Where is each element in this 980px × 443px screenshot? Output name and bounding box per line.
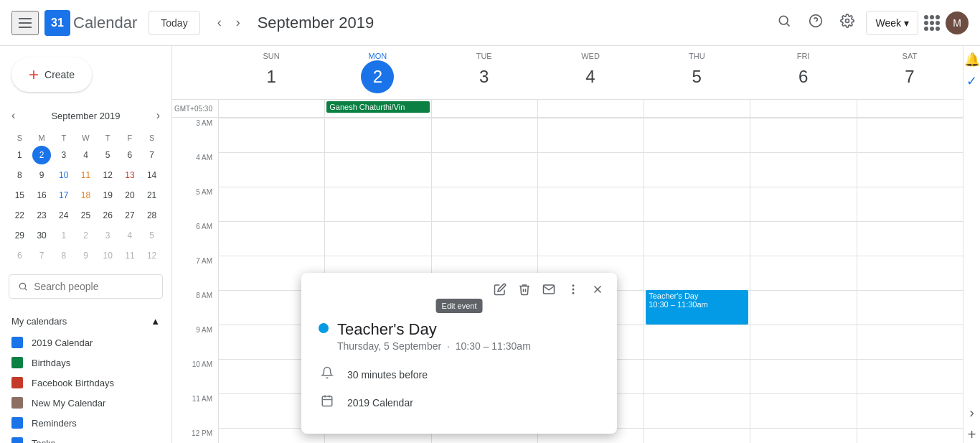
search-people[interactable] <box>9 274 163 299</box>
day-number[interactable]: 4 <box>574 60 607 93</box>
delete-event-button[interactable] <box>514 279 535 303</box>
mini-cal-day[interactable]: 29 <box>10 226 29 245</box>
day-header[interactable]: MON2 <box>324 46 430 99</box>
mini-cal-day[interactable]: 3 <box>55 146 73 164</box>
allday-cell[interactable] <box>218 100 324 117</box>
avatar[interactable]: M <box>946 11 969 34</box>
edit-event-button[interactable]: Edit event <box>489 279 511 303</box>
day-header[interactable]: FRI6 <box>750 46 856 99</box>
allday-cell[interactable] <box>644 100 750 117</box>
mini-cal-day[interactable]: 8 <box>10 166 29 185</box>
grid-event[interactable]: Teacher's Day10:30 – 11:30am <box>646 290 748 325</box>
mini-cal-day[interactable]: 5 <box>98 146 117 164</box>
mini-cal-day[interactable]: 7 <box>143 146 161 164</box>
expand-right-button[interactable]: › <box>969 404 974 421</box>
day-number[interactable]: 3 <box>468 60 501 93</box>
mini-cal-day[interactable]: 9 <box>76 246 95 265</box>
time-column[interactable]: Teacher's Day10:30 – 11:30am <box>644 118 750 443</box>
allday-cell[interactable] <box>537 100 644 117</box>
mini-cal-day[interactable]: 6 <box>10 246 29 265</box>
mini-cal-day[interactable]: 19 <box>98 186 117 205</box>
day-header[interactable]: SUN1 <box>218 46 324 99</box>
mini-cal-day[interactable]: 30 <box>32 226 51 245</box>
mini-cal-next[interactable]: › <box>154 106 163 125</box>
day-header[interactable]: TUE3 <box>431 46 537 99</box>
calendar-item[interactable]: Tasks <box>0 433 171 443</box>
allday-cell[interactable]: Ganesh Chaturthi/Vin <box>324 100 430 117</box>
add-right-button[interactable]: + <box>968 426 976 443</box>
mini-cal-day[interactable]: 21 <box>143 186 161 205</box>
prev-button[interactable]: ‹ <box>212 9 227 36</box>
search-people-input[interactable] <box>34 281 154 292</box>
day-header[interactable]: THU5 <box>644 46 750 99</box>
mini-cal-day[interactable]: 28 <box>143 206 161 225</box>
calendar-item[interactable]: Reminders <box>0 413 171 433</box>
mini-cal-day[interactable]: 10 <box>98 246 117 265</box>
help-button[interactable] <box>803 8 829 37</box>
header-right: Week ▾ M <box>771 8 969 37</box>
my-calendars-header[interactable]: My calendars ▲ <box>0 310 171 332</box>
mini-cal-day[interactable]: 17 <box>55 186 73 205</box>
calendar-item[interactable]: New My Calendar <box>0 393 171 413</box>
mini-cal-day[interactable]: 25 <box>76 206 95 225</box>
mini-cal-day[interactable]: 27 <box>121 206 139 225</box>
apps-icon[interactable] <box>924 15 940 31</box>
calendar-item[interactable]: Facebook Birthdays <box>0 373 171 393</box>
svg-point-0 <box>780 16 788 24</box>
day-header[interactable]: SAT7 <box>857 46 963 99</box>
today-button[interactable]: Today <box>149 11 199 35</box>
create-button[interactable]: + Create <box>11 57 92 92</box>
close-popup-button[interactable] <box>587 279 608 303</box>
day-number[interactable]: 2 <box>361 60 394 93</box>
allday-event[interactable]: Ganesh Chaturthi/Vin <box>326 101 429 113</box>
mini-cal-day[interactable]: 2 <box>76 226 95 245</box>
calendar-item[interactable]: Birthdays <box>0 353 171 373</box>
mini-cal-day[interactable]: 11 <box>76 166 95 185</box>
time-column[interactable] <box>750 118 856 443</box>
time-column[interactable] <box>857 118 963 443</box>
mini-cal-day[interactable]: 7 <box>32 246 51 265</box>
mini-cal-day[interactable]: 8 <box>55 246 73 265</box>
search-button[interactable] <box>771 8 797 37</box>
mini-cal-day[interactable]: 3 <box>98 226 117 245</box>
mini-cal-day[interactable]: 11 <box>121 246 139 265</box>
mini-cal-day[interactable]: 26 <box>98 206 117 225</box>
mini-cal-day[interactable]: 23 <box>32 206 51 225</box>
mini-cal-day[interactable]: 16 <box>32 186 51 205</box>
mini-cal-day[interactable]: 24 <box>55 206 73 225</box>
mini-cal-day[interactable]: 20 <box>121 186 139 205</box>
mini-cal-day[interactable]: 4 <box>76 146 95 164</box>
day-number[interactable]: 6 <box>787 60 820 93</box>
mini-cal-day[interactable]: 15 <box>10 186 29 205</box>
mini-cal-day[interactable]: 2 <box>32 146 51 164</box>
mini-cal-day[interactable]: 22 <box>10 206 29 225</box>
day-number[interactable]: 7 <box>893 60 926 93</box>
calendar-item[interactable]: 2019 Calendar <box>0 332 171 353</box>
mini-cal-day[interactable]: 10 <box>55 166 73 185</box>
mini-cal-day[interactable]: 13 <box>121 166 139 185</box>
day-number[interactable]: 5 <box>680 60 713 93</box>
calendar-checkbox <box>11 417 23 429</box>
mini-cal-day[interactable]: 14 <box>143 166 161 185</box>
mini-cal-day[interactable]: 6 <box>121 146 139 164</box>
mini-cal-prev[interactable]: ‹ <box>9 106 18 125</box>
mini-cal-day[interactable]: 1 <box>55 226 73 245</box>
mini-cal-day[interactable]: 1 <box>10 146 29 164</box>
day-header[interactable]: WED4 <box>537 46 644 99</box>
mini-cal-day[interactable]: 12 <box>143 246 161 265</box>
mini-cal-day[interactable]: 9 <box>32 166 51 185</box>
view-selector[interactable]: Week ▾ <box>866 11 918 35</box>
allday-cell[interactable] <box>431 100 537 117</box>
allday-cell[interactable] <box>750 100 856 117</box>
more-options-button[interactable] <box>562 279 584 303</box>
next-button[interactable]: › <box>230 9 246 36</box>
email-event-button[interactable] <box>538 279 560 303</box>
mini-cal-day[interactable]: 5 <box>143 226 161 245</box>
mini-cal-day[interactable]: 12 <box>98 166 117 185</box>
day-number[interactable]: 1 <box>255 60 288 93</box>
hamburger-menu-button[interactable] <box>11 11 39 35</box>
settings-button[interactable] <box>834 8 860 37</box>
mini-cal-day[interactable]: 4 <box>121 226 139 245</box>
mini-cal-day[interactable]: 18 <box>76 186 95 205</box>
allday-cell[interactable] <box>857 100 963 117</box>
